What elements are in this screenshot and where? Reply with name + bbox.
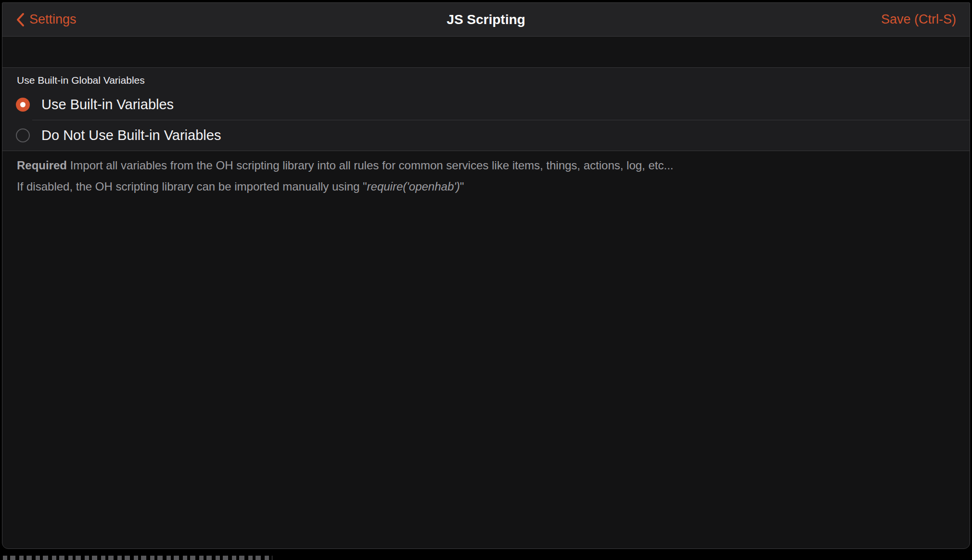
save-button[interactable]: Save (Ctrl-S) bbox=[881, 12, 956, 27]
description-line-2-suffix: " bbox=[460, 180, 464, 193]
radio-option-use-builtin-variables[interactable]: Use Built-in Variables bbox=[2, 89, 970, 120]
radio-icon[interactable] bbox=[16, 128, 30, 142]
radio-icon[interactable] bbox=[16, 98, 30, 112]
radio-dot bbox=[20, 102, 26, 107]
description-line-2-prefix: If disabled, the OH scripting library ca… bbox=[17, 180, 367, 193]
description-line-2: If disabled, the OH scripting library ca… bbox=[17, 179, 955, 194]
radio-option-do-not-use-builtin-variables[interactable]: Do Not Use Built-in Variables bbox=[2, 120, 970, 151]
required-label: Required bbox=[17, 159, 67, 172]
page-spacer bbox=[2, 37, 970, 67]
page-title: JS Scripting bbox=[2, 12, 970, 27]
chevron-left-icon bbox=[16, 13, 25, 27]
navbar: Settings JS Scripting Save (Ctrl-S) bbox=[2, 3, 970, 37]
back-button-label: Settings bbox=[29, 12, 77, 27]
setting-description: Required Import all variables from the O… bbox=[2, 151, 970, 194]
radio-option-label: Do Not Use Built-in Variables bbox=[41, 127, 221, 143]
radio-option-label: Use Built-in Variables bbox=[41, 97, 174, 113]
description-line-2-code: require('openhab') bbox=[367, 180, 460, 193]
description-line-1: Required Import all variables from the O… bbox=[17, 158, 955, 173]
group-label: Use Built-in Global Variables bbox=[2, 68, 970, 89]
builtin-variables-list: Use Built-in Global Variables Use Built-… bbox=[2, 67, 970, 151]
description-line-1-text: Import all variables from the OH scripti… bbox=[67, 159, 673, 172]
js-scripting-settings-popup: Settings JS Scripting Save (Ctrl-S) Use … bbox=[2, 2, 970, 549]
background-clipped-text bbox=[3, 556, 272, 560]
back-button-settings[interactable]: Settings bbox=[16, 12, 77, 27]
